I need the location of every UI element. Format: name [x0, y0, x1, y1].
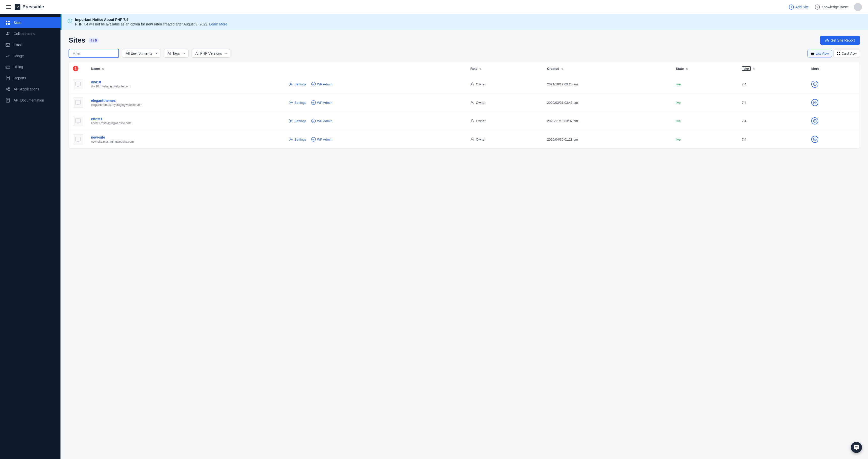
notice-title: Important Notice About PHP 7.4 [75, 18, 227, 22]
owner-icon [470, 119, 474, 123]
knowledge-base-icon: ? [815, 4, 820, 9]
add-site-button[interactable]: + Add Site [789, 4, 809, 9]
svg-rect-16 [811, 55, 814, 55]
table-row: elegantthemes elegantthemes.mystagingweb… [69, 93, 860, 111]
more-button[interactable] [811, 136, 818, 143]
svg-point-25 [471, 83, 473, 84]
wp-admin-button[interactable]: W WP Admin [309, 81, 334, 88]
settings-button[interactable]: Settings [286, 81, 308, 88]
site-name-link[interactable]: ettest1 [91, 117, 279, 121]
created-value: 2020/11/10 03:37 pm [547, 119, 578, 123]
knowledge-base-button[interactable]: ? Knowledge Base [815, 4, 848, 9]
svg-point-10 [6, 89, 7, 90]
svg-point-28 [290, 102, 291, 103]
row-php-cell: 7.4 [738, 75, 807, 93]
avatar[interactable] [854, 3, 862, 11]
wp-admin-button[interactable]: W WP Admin [309, 136, 334, 142]
sidebar-item-api-documentation[interactable]: API Documentation [0, 95, 61, 106]
th-php[interactable]: php ⇅ [738, 62, 807, 75]
row-state-cell: live [672, 93, 738, 111]
logo-text: Pressable [23, 4, 44, 9]
settings-button[interactable]: Settings [286, 118, 308, 124]
site-name-link[interactable]: new-site [91, 135, 279, 139]
api-icon [5, 87, 10, 92]
state-value: live [676, 137, 681, 141]
wp-icon: W [311, 100, 316, 105]
notice-learn-more-link[interactable]: Learn More [209, 22, 227, 26]
sidebar-item-api-documentation-label: API Documentation [13, 98, 44, 102]
svg-point-4 [7, 32, 8, 33]
notice-icon: ⓘ [67, 18, 72, 24]
svg-point-34 [290, 121, 291, 122]
filter-input[interactable] [68, 49, 119, 58]
billing-icon [5, 64, 10, 70]
table-row: ettest1 ettest1.mystagingwebsite.com Set… [69, 111, 860, 130]
row-created-cell: 2020/11/10 03:37 pm [543, 111, 672, 130]
svg-rect-21 [75, 82, 81, 86]
add-site-icon: + [789, 4, 794, 9]
site-url: elegantthemes.mystagingwebsite.com [91, 103, 279, 106]
add-site-label: Add Site [796, 5, 809, 9]
sidebar-item-reports[interactable]: Reports [0, 72, 61, 84]
settings-button[interactable]: Settings [286, 136, 308, 142]
sidebar-item-email[interactable]: Email [0, 39, 61, 51]
chart-icon [5, 53, 10, 59]
role-value: Owner [476, 119, 486, 123]
php-versions-select[interactable]: All PHP Versions [191, 49, 230, 58]
settings-label: Settings [294, 83, 306, 86]
php-sort-icon: ⇅ [753, 67, 755, 70]
sites-table: 1 Name ⇅ Role ⇅ Created ⇅ [68, 62, 860, 149]
role-value: Owner [476, 137, 486, 141]
settings-button[interactable]: Settings [286, 99, 308, 106]
sidebar-item-billing[interactable]: Billing [0, 62, 61, 72]
sidebar-item-usage[interactable]: Usage [0, 51, 61, 62]
chevron-down-icon [813, 83, 816, 86]
card-view-button[interactable]: Card View [834, 50, 860, 58]
site-name-link[interactable]: elegantthemes [91, 98, 279, 102]
email-icon [5, 42, 10, 47]
th-created[interactable]: Created ⇅ [543, 62, 672, 75]
site-name-link[interactable]: divi10 [91, 80, 279, 84]
sidebar-item-sites[interactable]: Sites [0, 17, 61, 28]
row-created-cell: 2021/10/12 09:25 am [543, 75, 672, 93]
settings-label: Settings [294, 119, 306, 123]
svg-point-43 [471, 138, 473, 139]
list-view-button[interactable]: List View [807, 50, 832, 58]
svg-rect-0 [6, 21, 7, 22]
wp-icon: W [311, 82, 316, 87]
svg-rect-1 [8, 21, 10, 22]
doc-icon [5, 98, 10, 103]
wp-admin-button[interactable]: W WP Admin [309, 99, 334, 106]
row-more-cell [807, 130, 860, 149]
more-button[interactable] [811, 80, 818, 88]
svg-point-12 [8, 90, 9, 91]
tags-select[interactable]: All Tags [164, 49, 188, 58]
sidebar-item-sites-label: Sites [13, 21, 22, 25]
hamburger-menu-icon[interactable] [6, 5, 11, 9]
environments-select[interactable]: All Environments [122, 49, 161, 58]
row-more-cell [807, 93, 860, 111]
people-icon [5, 31, 10, 36]
th-name[interactable]: Name ⇅ [87, 62, 282, 75]
header-right: + Add Site ? Knowledge Base [789, 3, 862, 11]
knowledge-base-label: Knowledge Base [822, 5, 848, 9]
th-state[interactable]: State ⇅ [672, 62, 738, 75]
sites-title-area: Sites 4 / 5 [68, 36, 99, 44]
svg-rect-19 [837, 54, 838, 55]
svg-rect-39 [75, 137, 81, 141]
more-button[interactable] [811, 99, 818, 106]
sidebar-item-collaborators[interactable]: Collaborators [0, 28, 61, 39]
get-site-report-button[interactable]: Get Site Report [820, 36, 860, 45]
list-view-icon [811, 52, 814, 55]
th-role[interactable]: Role ⇅ [466, 62, 543, 75]
top-header: P Pressable + Add Site ? Knowledge Base [0, 0, 868, 14]
row-actions-cell: Settings W WP Admin [282, 75, 466, 93]
svg-rect-15 [811, 53, 814, 54]
sidebar-item-reports-label: Reports [13, 76, 26, 80]
more-button[interactable] [811, 118, 818, 125]
sidebar-item-api-applications[interactable]: API Applications [0, 84, 61, 95]
svg-point-37 [471, 120, 473, 121]
th-checkbox: 1 [69, 62, 87, 75]
chat-widget-button[interactable] [851, 442, 862, 453]
wp-admin-button[interactable]: W WP Admin [309, 118, 334, 124]
